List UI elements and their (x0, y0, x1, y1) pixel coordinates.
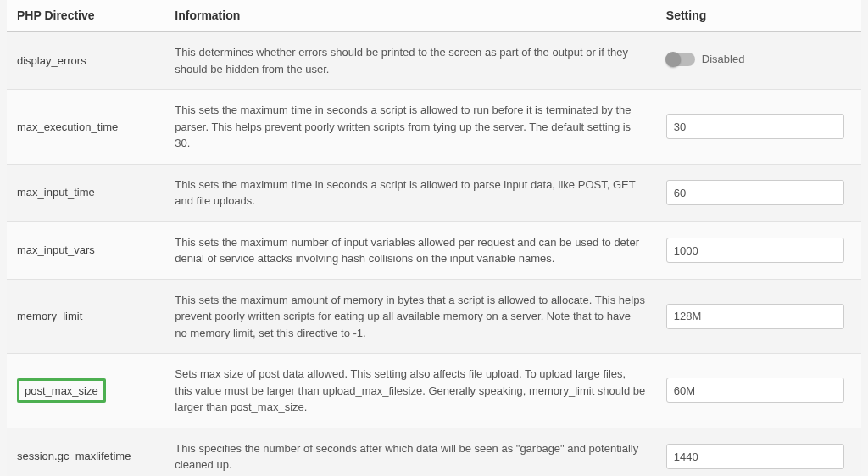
directive-name: post_max_size (17, 378, 106, 404)
setting-cell (656, 279, 861, 354)
table-row: max_execution_timeThis sets the maximum … (7, 90, 861, 165)
setting-toggle[interactable]: Disabled (666, 51, 745, 68)
setting-cell (656, 354, 861, 428)
setting-input[interactable] (666, 304, 844, 329)
directive-cell: display_errors (7, 31, 164, 90)
directive-name: session.gc_maxlifetime (17, 450, 131, 462)
info-cell: This sets the maximum time in seconds a … (164, 90, 656, 165)
info-cell: This sets the maximum number of input va… (164, 221, 656, 279)
toggle-state-label: Disabled (702, 51, 745, 68)
setting-input[interactable] (666, 180, 844, 205)
table-row: max_input_varsThis sets the maximum numb… (7, 221, 861, 279)
info-cell: This sets the maximum amount of memory i… (164, 279, 656, 354)
setting-cell (656, 221, 861, 279)
setting-input[interactable] (666, 444, 844, 469)
setting-input[interactable] (666, 114, 844, 139)
header-information: Information (164, 0, 656, 31)
setting-cell (656, 90, 861, 165)
directive-name: memory_limit (17, 310, 82, 322)
directive-name: max_input_vars (17, 244, 95, 256)
table-row: post_max_sizeSets max size of post data … (7, 354, 861, 428)
directive-cell: max_input_time (7, 164, 164, 221)
table-row: max_input_timeThis sets the maximum time… (7, 164, 861, 221)
directive-name: max_input_time (17, 186, 95, 199)
toggle-switch[interactable] (666, 53, 695, 66)
php-directives-table: PHP Directive Information Setting displa… (7, 0, 861, 476)
header-directive: PHP Directive (7, 0, 164, 31)
directive-cell: max_input_vars (7, 221, 164, 279)
setting-cell (656, 164, 861, 221)
directive-cell: session.gc_maxlifetime (7, 428, 164, 476)
setting-cell: Disabled (656, 31, 861, 90)
info-cell: This determines whether errors should be… (164, 31, 656, 90)
directive-cell: max_execution_time (7, 90, 164, 165)
directive-cell: post_max_size (7, 354, 164, 428)
setting-cell (656, 428, 861, 476)
table-row: display_errorsThis determines whether er… (7, 31, 861, 90)
info-cell: This specifies the number of seconds aft… (164, 428, 656, 476)
setting-input[interactable] (666, 378, 844, 403)
info-cell: This sets the maximum time in seconds a … (164, 164, 656, 221)
directive-name: max_execution_time (17, 120, 118, 133)
toggle-knob (665, 52, 681, 67)
table-row: session.gc_maxlifetimeThis specifies the… (7, 428, 861, 476)
table-row: memory_limitThis sets the maximum amount… (7, 279, 861, 354)
header-setting: Setting (656, 0, 861, 31)
setting-input[interactable] (666, 238, 844, 263)
info-cell: Sets max size of post data allowed. This… (164, 354, 656, 428)
directive-name: display_errors (17, 54, 86, 67)
directive-cell: memory_limit (7, 279, 164, 354)
